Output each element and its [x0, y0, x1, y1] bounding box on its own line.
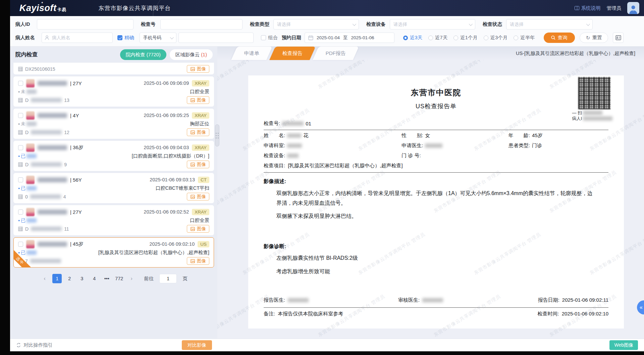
quick-range-近半年[interactable]: 近半年 — [514, 35, 535, 41]
compare-images-button[interactable]: 对比影像 — [182, 340, 212, 350]
sex-value: 女 — [425, 132, 430, 139]
quick-range-label: 近7天 — [435, 35, 447, 41]
patient-age: | 27Y — [70, 209, 82, 215]
exam-id-blurred — [30, 259, 61, 263]
next-page-button[interactable]: › — [127, 274, 136, 283]
compare-guide-link[interactable]: 对比操作指引 — [16, 342, 53, 348]
radio-icon — [484, 36, 488, 40]
goto-page-input[interactable] — [159, 274, 177, 283]
reset-button[interactable]: ↻ 重置 — [580, 33, 608, 43]
quick-range-近3天[interactable]: 近3天 — [403, 35, 422, 41]
card-checkbox[interactable] — [18, 145, 23, 150]
search-icon — [551, 36, 555, 40]
view-image-button[interactable]: 图像 — [187, 96, 209, 104]
user-avatar[interactable] — [627, 2, 639, 14]
tab-internal-exams[interactable]: 院内检查 (7720) — [120, 49, 166, 60]
view-image-button[interactable]: 图像 — [187, 65, 209, 73]
qr-caption: — 扫 病人I — [572, 110, 612, 121]
card-checkbox[interactable] — [18, 81, 23, 86]
combo-label: 组合 — [268, 35, 278, 41]
device-select[interactable]: 请选择 — [390, 19, 475, 29]
view-image-button[interactable]: 图像 — [187, 128, 209, 136]
combo-checkbox[interactable] — [261, 35, 266, 40]
report-doctor-label: 报告医生: — [264, 297, 285, 303]
exam-card[interactable]: | 4Y 2025-01-06 09:05:25 XRAY •未 胸部正位 D1… — [13, 109, 214, 139]
quick-range-近1个月[interactable]: 近1个月 — [453, 35, 478, 41]
current-user-label: 管理员 — [607, 5, 622, 11]
status-dot: • — [18, 187, 20, 190]
view-image-button[interactable]: 图像 — [187, 193, 209, 200]
device-label: 检查设备 — [366, 21, 386, 27]
quick-range-label: 近3天 — [410, 35, 422, 41]
phone-input[interactable] — [178, 33, 254, 43]
exam-id: D9 — [18, 162, 67, 167]
view-image-button[interactable]: 图像 — [187, 161, 209, 168]
age-label: 年 龄: — [508, 132, 530, 139]
date-separator: 至 — [343, 35, 348, 41]
phone-field-select[interactable]: 手机号码 — [140, 33, 176, 43]
exam-card[interactable]: | 56Y 2025-01-06 09:03:13 CT •已 口腔CBCT锥形… — [13, 173, 214, 203]
exam-id: D12 — [18, 130, 69, 135]
card-checkbox[interactable] — [18, 210, 23, 215]
exam-datetime: 2025-01-06 09:02:52 — [144, 209, 189, 215]
page-button-•••[interactable]: ••• — [102, 274, 111, 283]
card-checkbox[interactable] — [18, 113, 23, 118]
dept-blurred — [287, 143, 302, 148]
page-button-3[interactable]: 3 — [77, 274, 87, 283]
hospital-name: 东营市中医院 — [264, 87, 608, 98]
tab-检查报告[interactable]: 检查报告 — [269, 47, 316, 60]
exam-id-blurred — [31, 227, 62, 231]
report-panel: 申请单检查报告PDF报告 US-[乳腺及其引流区淋巴结彩超（乳腺中心）,超声检查… — [217, 47, 644, 339]
date-range-picker[interactable]: 2025-01-04 至 2025-01-06 — [305, 33, 394, 43]
search-button[interactable]: 查询 — [544, 33, 575, 43]
exam-card[interactable]: • DX250106015 图像 — [13, 63, 214, 74]
patient-id-input[interactable] — [37, 19, 133, 29]
image-icon — [190, 67, 195, 71]
exam-type-select[interactable]: 请选择 — [273, 19, 359, 29]
tab-regional-cloud[interactable]: 区域影像云 (1) — [170, 49, 213, 60]
card-checkbox[interactable] — [18, 242, 23, 247]
exact-checkbox[interactable] — [117, 35, 122, 40]
prev-page-button[interactable]: ‹ — [40, 274, 49, 283]
status-blurred — [26, 154, 37, 158]
page-button-2[interactable]: 2 — [65, 274, 74, 283]
tab-PDF报告[interactable]: PDF报告 — [313, 47, 359, 60]
quick-range-近3个月[interactable]: 近3个月 — [484, 35, 508, 41]
view-image-button[interactable]: 图像 — [187, 225, 209, 233]
system-help-link[interactable]: 系统说明 — [575, 5, 601, 11]
read-status: •已 — [18, 218, 37, 224]
quick-range-近7天[interactable]: 近7天 — [428, 35, 447, 41]
platform-title: 东营市影像云共享调阅平台 — [99, 4, 171, 12]
web-image-button[interactable]: Web图像 — [609, 340, 638, 350]
exact-label: 精确 — [124, 35, 134, 41]
tab-label: PDF报告 — [326, 50, 346, 57]
patient-name-input[interactable] — [42, 33, 113, 43]
audit-doctor-blurred — [422, 298, 443, 302]
status-label: 检查状态 — [483, 21, 502, 27]
read-status: •已 — [18, 153, 37, 159]
layout-toggle-button[interactable] — [613, 33, 624, 43]
tab-申请单[interactable]: 申请单 — [231, 47, 272, 60]
page-button-772[interactable]: 772 — [114, 274, 124, 283]
exam-card[interactable]: | 36岁 2025-01-06 09:04:03 XRAY •已 [口腔曲面断… — [13, 141, 214, 171]
page-button-1[interactable]: 1 — [52, 274, 62, 283]
exam-card[interactable]: | 27Y 2025-01-06 09:02:52 XRAY •已 口腔全景 D… — [13, 205, 214, 235]
exam-card[interactable]: | 45岁 2025-01-06 09:02:10 US •已 [乳腺及其引流区… — [13, 237, 214, 268]
chevron-down-icon — [170, 35, 174, 39]
view-image-button[interactable]: 图像 — [187, 257, 209, 265]
grid-icon — [18, 162, 23, 167]
findings-paragraph: 双侧腋下未探及明显肿大淋巴结。 — [276, 211, 595, 221]
patient-avatar — [26, 79, 35, 87]
exam-description: 口腔全景 — [190, 217, 209, 224]
status-select[interactable]: 请选择 — [506, 19, 593, 29]
exam-description: [口腔曲面断层,口腔X线摄影（DR）] — [132, 153, 209, 159]
exam-description: 口腔CBCT锥形束CT平扫 — [156, 185, 209, 191]
card-checkbox[interactable] — [18, 177, 23, 182]
page-button-4[interactable]: 4 — [90, 274, 99, 283]
exam-card[interactable]: | 27Y 2025-01-06 09:06:09 XRAY •未 口腔全景 D… — [13, 76, 214, 107]
panel-resize-handle[interactable] — [215, 124, 219, 146]
tab-label: 申请单 — [244, 50, 259, 57]
exam-time-value: 2025-01-06 09:02:10 — [562, 311, 608, 317]
patient-age: | 27Y — [70, 80, 82, 86]
exam-datetime: 2025-01-06 09:04:03 — [144, 145, 189, 150]
